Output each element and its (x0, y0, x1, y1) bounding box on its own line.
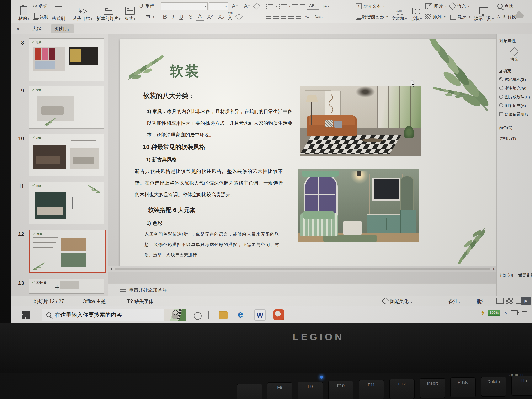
slide-sorter-view-button[interactable] (507, 298, 513, 304)
increase-font-button[interactable]: A⁺ (230, 2, 240, 11)
slide-title-text[interactable]: 软装 (170, 62, 201, 81)
align-center-icon[interactable] (273, 14, 279, 19)
taskbar-search-input[interactable]: 在这里输入你要搜索的内容 (42, 309, 186, 321)
copy-button[interactable]: 复制 (33, 12, 48, 21)
picture-button[interactable]: 图片▾ (425, 2, 447, 11)
notes-bar[interactable]: 单击此处添加备注 (108, 284, 497, 296)
scroll-right-arrow[interactable]: ▸ (493, 267, 495, 271)
bullets-icon[interactable] (268, 4, 273, 8)
slide-12-editing-area[interactable]: 软装 软装的八大分类： 1) 家具：家具的内容比非常多，且材质各异，在我们的日常… (120, 39, 496, 266)
slide-photo-green-room[interactable] (298, 169, 419, 242)
outline-button[interactable]: 轮廓▾ (450, 12, 470, 21)
clear-format-icon[interactable] (253, 3, 260, 10)
slide-heading-styles[interactable]: 10 种最常见的软装风格 (143, 143, 205, 151)
reset-button[interactable]: ↺重置 (139, 2, 154, 11)
subscript-button[interactable]: X₂ (216, 12, 226, 21)
fill-section-header[interactable]: ◢ 填充 (497, 63, 532, 75)
slide-paragraph-neoclassical[interactable]: 新古典软装风格是比较常见的软装风格。整体装修的艺术性比较不错。在色选择上整体以沉… (135, 165, 283, 200)
indent-decrease-icon[interactable] (292, 4, 298, 8)
wps-office-icon[interactable]: W (254, 310, 266, 321)
font-name-select[interactable]: ▾ (161, 2, 208, 10)
tab-slides[interactable]: 幻灯片 (51, 24, 74, 33)
slideshow-play-button[interactable]: ▶ (521, 297, 531, 305)
app-icon-orange[interactable] (273, 310, 284, 320)
collapse-sidebar-button[interactable]: « (17, 25, 19, 32)
comments-button[interactable]: 批注 (470, 298, 486, 305)
tab-outline[interactable]: 大纲 (28, 24, 46, 33)
indent-increase-icon[interactable] (300, 4, 305, 8)
option-solid-fill[interactable]: 纯色填充(S) (497, 75, 532, 84)
align-right-icon[interactable] (280, 14, 286, 19)
option-gradient-fill[interactable]: 渐变填充(G) (497, 84, 532, 93)
paste-button[interactable]: 粘贴▾ (16, 0, 31, 23)
missing-font-indicator[interactable]: T? 缺失字体 (127, 298, 154, 305)
slide-subheading-neoclassical[interactable]: 1) 新古典风格 (146, 156, 177, 163)
numbering-icon[interactable] (281, 4, 287, 8)
battery-icon[interactable] (511, 310, 518, 315)
option-hide-background[interactable]: 隐藏背景图形 (497, 110, 532, 119)
slide-paragraph-furniture[interactable]: 1) 家具：家具的内容比非常多，且材质各异，在我们的日常生活中多以功能性和应用性… (147, 106, 292, 140)
apply-all-button[interactable]: 全部应用 (499, 273, 514, 278)
decrease-font-button[interactable]: A⁻ (242, 2, 252, 11)
cut-button[interactable]: ✂剪切 (33, 2, 48, 11)
align-text-button[interactable]: ↕对齐文本▾ (355, 2, 388, 11)
distribute-icon[interactable] (296, 14, 301, 19)
font-color-button[interactable]: A (196, 13, 204, 21)
thumbnail-box-selected[interactable]: 软装 (29, 230, 106, 273)
pinyin-guide-button[interactable]: 文▾ (228, 13, 235, 21)
highlight-icon[interactable] (235, 13, 243, 21)
align-left-icon[interactable] (266, 14, 271, 19)
character-spacing-button[interactable]: AB▾ (307, 2, 319, 10)
section-button[interactable]: 节▾ (139, 12, 154, 21)
textbox-button[interactable]: A≣ 文本框▾ (389, 0, 409, 23)
windows-start-button[interactable] (22, 311, 30, 319)
scrollbar-thumb[interactable] (115, 268, 490, 270)
slide-subheading-color[interactable]: 1) 色彩 (146, 220, 162, 227)
bold-button[interactable]: B (161, 12, 169, 21)
cortana-icon[interactable] (194, 312, 202, 320)
tray-expand-chevron-icon[interactable]: ∧ (504, 310, 507, 316)
smart-beautify-button[interactable]: 智能美化 ▴ (383, 298, 412, 305)
text-direction-button[interactable]: ↓A▾ (320, 1, 331, 11)
slide-heading-categories[interactable]: 软装的八大分类： (143, 91, 195, 100)
color-row[interactable]: 颜色(C) (497, 119, 532, 132)
thumbnail-box[interactable]: 软装 (29, 86, 104, 129)
play-from-start-button[interactable]: ↳▷ 从头开始▾ (71, 0, 94, 23)
thumbnail-box[interactable]: 工地体验 (29, 279, 104, 294)
option-picture-fill[interactable]: 图片或纹理(P) (497, 93, 532, 101)
strikethrough-button[interactable]: S (187, 12, 195, 21)
format-painter-button[interactable]: 格式刷 (50, 0, 67, 23)
slide-thumbnail-panel[interactable]: 8 软装 9 (11, 34, 108, 296)
power-mode-icon[interactable] (481, 310, 484, 316)
italic-button[interactable]: I (171, 12, 176, 21)
underline-button[interactable]: U (177, 12, 185, 21)
thumbnail-box[interactable]: 软装 (29, 38, 104, 81)
justify-icon[interactable] (288, 14, 294, 19)
transparency-row[interactable]: 透明度(T) (497, 132, 532, 143)
theme-name[interactable]: Office 主题 (82, 298, 106, 305)
thumbnail-box[interactable]: 软装 (29, 134, 104, 177)
notes-toggle-button[interactable]: 备注▾ (443, 298, 460, 305)
slide-paragraph-color[interactable]: 家居空间色彩传达感情，像是无声的语言，能够给人带来无限的联想。装修色彩搭配不能单… (145, 229, 279, 260)
shape-button[interactable]: 形状▾ (409, 0, 424, 23)
file-explorer-icon[interactable] (219, 312, 228, 319)
cloud-sync-icon[interactable] (515, 13, 524, 18)
normal-view-button[interactable] (496, 298, 504, 304)
fill-tab[interactable]: 填充 (497, 45, 532, 63)
new-slide-button[interactable]: 新建幻灯片▾ (94, 0, 122, 23)
paragraph-spacing-button[interactable]: ⇅≡▾ (313, 12, 325, 22)
line-spacing-button[interactable]: ↕≡ (303, 12, 311, 21)
layout-button[interactable]: 版式▾ (122, 0, 137, 23)
slide-photo-neoclassical-room[interactable] (300, 86, 421, 156)
add-slide-button[interactable]: + (54, 282, 60, 292)
wifi-icon[interactable] (521, 311, 527, 315)
slide-heading-elements[interactable]: 软装搭配 6 大元素 (148, 206, 195, 214)
superscript-button[interactable]: X² (205, 12, 215, 21)
horizontal-scrollbar[interactable]: ◂ ▸ (108, 266, 497, 272)
font-size-select[interactable]: ▾ (209, 2, 228, 10)
task-view-icon[interactable] (208, 311, 209, 319)
battery-percent-badge[interactable]: 100% (488, 310, 500, 316)
thumbnail-box[interactable]: 软装 (29, 182, 104, 224)
arrange-button[interactable]: 排列▾ (425, 12, 447, 21)
edge-browser-icon[interactable]: e (238, 309, 243, 320)
